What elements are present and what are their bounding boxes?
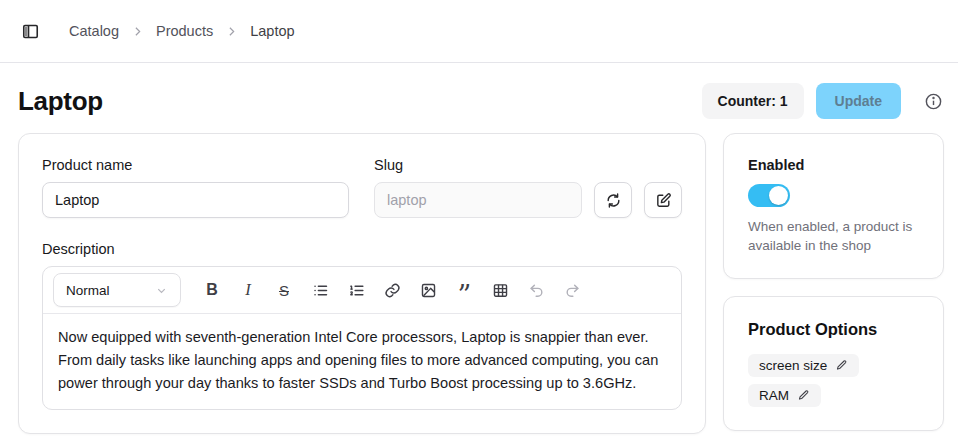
link-button[interactable] xyxy=(374,274,410,306)
topbar: Catalog Products Laptop xyxy=(0,0,958,63)
slug-field-group: Slug xyxy=(374,157,682,218)
product-options-list: screen size RAM xyxy=(748,354,919,407)
option-label: screen size xyxy=(759,358,827,373)
blockquote-icon: ” xyxy=(458,279,471,301)
option-label: RAM xyxy=(759,388,789,403)
option-chip-screen-size[interactable]: screen size xyxy=(748,354,859,377)
table-button[interactable] xyxy=(482,274,518,306)
description-editor-content[interactable]: Now equipped with seventh-generation Int… xyxy=(43,314,681,409)
breadcrumb-item-products[interactable]: Products xyxy=(156,23,213,39)
bold-button[interactable]: B xyxy=(194,274,230,306)
breadcrumb-chevron-icon xyxy=(225,25,238,38)
product-name-label: Product name xyxy=(42,157,349,173)
rich-text-editor: Normal B I S xyxy=(42,266,682,410)
content: Product name Slug xyxy=(0,133,958,440)
image-button[interactable] xyxy=(410,274,446,306)
image-icon xyxy=(420,282,437,299)
slug-row xyxy=(374,182,682,218)
product-options-title: Product Options xyxy=(748,320,919,339)
breadcrumb: Catalog Products Laptop xyxy=(69,23,295,39)
enabled-toggle[interactable] xyxy=(748,184,790,207)
undo-button[interactable] xyxy=(518,274,554,306)
edit-icon xyxy=(655,192,672,209)
header-actions: Counter: 1 Update xyxy=(702,83,944,119)
table-icon xyxy=(492,282,509,299)
enabled-card: Enabled When enabled, a product is avail… xyxy=(723,133,944,279)
slug-input[interactable] xyxy=(374,182,582,218)
strikethrough-icon: S xyxy=(279,282,289,299)
enabled-help-text: When enabled, a product is available in … xyxy=(748,218,919,255)
undo-icon xyxy=(528,282,545,299)
option-chip-ram[interactable]: RAM xyxy=(748,384,821,407)
panel-left-icon xyxy=(21,22,40,41)
bullet-list-button[interactable] xyxy=(302,274,338,306)
italic-button[interactable]: I xyxy=(230,274,266,306)
text-style-value: Normal xyxy=(66,283,110,298)
editor-toolbar: Normal B I S xyxy=(43,267,681,314)
name-slug-row: Product name Slug xyxy=(42,157,682,218)
regenerate-slug-button[interactable] xyxy=(594,182,632,218)
slug-label: Slug xyxy=(374,157,682,173)
chevron-down-icon xyxy=(155,284,168,297)
description-label: Description xyxy=(42,241,682,257)
sidebar-toggle-button[interactable] xyxy=(18,19,42,43)
pencil-icon xyxy=(797,389,810,402)
edit-slug-button[interactable] xyxy=(644,182,682,218)
breadcrumb-item-laptop: Laptop xyxy=(250,23,294,39)
blockquote-button[interactable]: ” xyxy=(446,274,482,306)
side-column: Enabled When enabled, a product is avail… xyxy=(723,133,944,440)
text-style-select[interactable]: Normal xyxy=(53,273,181,307)
product-options-card: Product Options screen size RAM xyxy=(723,296,944,431)
description-field-group: Description Normal B I S xyxy=(42,241,682,410)
redo-button[interactable] xyxy=(554,274,590,306)
pencil-icon xyxy=(835,359,848,372)
page-header: Laptop Counter: 1 Update xyxy=(0,63,958,133)
breadcrumb-item-catalog[interactable]: Catalog xyxy=(69,23,119,39)
link-icon xyxy=(384,282,401,299)
info-button[interactable] xyxy=(922,90,944,112)
enabled-label: Enabled xyxy=(748,157,919,173)
strikethrough-button[interactable]: S xyxy=(266,274,302,306)
redo-icon xyxy=(564,282,581,299)
breadcrumb-chevron-icon xyxy=(131,25,144,38)
product-name-field-group: Product name xyxy=(42,157,349,218)
bullet-list-icon xyxy=(312,282,329,299)
product-form-card: Product name Slug xyxy=(18,133,706,434)
update-button[interactable]: Update xyxy=(816,83,901,119)
bold-icon: B xyxy=(206,281,218,299)
italic-icon: I xyxy=(245,280,251,300)
ordered-list-button[interactable] xyxy=(338,274,374,306)
toggle-knob xyxy=(769,186,788,205)
product-edit-page: Catalog Products Laptop Laptop Counter: … xyxy=(0,0,958,440)
page-title: Laptop xyxy=(18,86,103,117)
counter-button[interactable]: Counter: 1 xyxy=(702,83,804,119)
product-name-input[interactable] xyxy=(42,182,349,218)
info-icon xyxy=(924,92,943,111)
ordered-list-icon xyxy=(348,282,365,299)
refresh-icon xyxy=(605,192,622,209)
